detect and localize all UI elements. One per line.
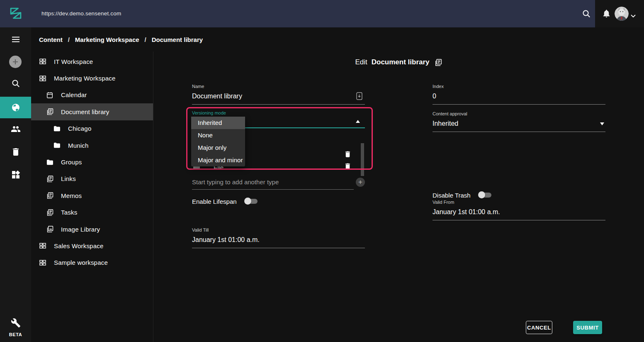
tree-item-sales-workspace[interactable]: Sales Workspace: [31, 237, 153, 254]
add-type-plus-button[interactable]: +: [356, 178, 365, 187]
top-bar-right: [595, 0, 644, 27]
index-input[interactable]: [433, 92, 605, 100]
content-globe-icon[interactable]: [0, 97, 31, 118]
name-label: Name: [192, 84, 365, 89]
tree-item-chicago[interactable]: Chicago: [31, 120, 153, 137]
document-library-icon: [46, 107, 54, 116]
valid-till-field: Valid Till: [192, 227, 365, 248]
tree-item-memos[interactable]: Memos: [31, 187, 153, 204]
content-approval-label: Content approval: [433, 111, 605, 117]
enable-lifespan-toggle[interactable]: [245, 199, 258, 204]
menu-item-major-only[interactable]: Major only: [191, 142, 245, 154]
valid-from-input[interactable]: [433, 208, 605, 216]
add-type-input[interactable]: [192, 178, 354, 190]
tree-item-image-library[interactable]: Image Library: [31, 221, 153, 237]
disable-trash-row: Disable Trash: [433, 191, 491, 199]
document-library-icon: [46, 191, 54, 200]
site-url: https://dev.demo.sensenet.com: [41, 10, 121, 17]
valid-from-field: Valid From: [433, 200, 605, 220]
document-library-icon: [46, 175, 54, 183]
document-library-icon: [46, 208, 54, 217]
breadcrumb-item-document-library[interactable]: Document library: [152, 36, 203, 43]
name-field: Name: [192, 84, 365, 105]
valid-till-label: Valid Till: [192, 227, 365, 233]
workspace-icon: [39, 74, 47, 83]
chevron-up-icon[interactable]: [356, 120, 360, 123]
index-field: Index: [433, 84, 605, 105]
cancel-button[interactable]: CANCEL: [526, 321, 552, 334]
top-bar: https://dev.demo.sensenet.com: [0, 0, 644, 27]
name-input[interactable]: [192, 92, 365, 100]
user-avatar[interactable]: [615, 7, 629, 21]
content-approval-field: Content approval Inherited: [433, 111, 605, 132]
tree-item-it-workspace[interactable]: IT Workspace: [31, 53, 153, 70]
left-rail: BETA: [0, 27, 31, 342]
image-library-icon: [46, 225, 54, 233]
add-icon[interactable]: [9, 56, 22, 68]
breadcrumb-separator: /: [145, 36, 146, 43]
calendar-icon: [46, 91, 54, 99]
page-title: Edit Document library: [153, 57, 644, 68]
tree-item-tasks[interactable]: Tasks: [31, 204, 153, 221]
tree-item-groups[interactable]: Groups: [31, 154, 153, 170]
workspace-icon: [39, 242, 47, 250]
tree-item-marketing-workspace[interactable]: Marketing Workspace: [31, 70, 153, 86]
enable-lifespan-row: Enable Lifespan: [192, 198, 258, 205]
submit-button[interactable]: SUBMIT: [573, 321, 602, 334]
tree-item-munich[interactable]: Munich: [31, 137, 153, 154]
settings-wrench-icon[interactable]: [0, 315, 31, 331]
chevron-down-icon[interactable]: [631, 12, 636, 15]
content-naming-icon[interactable]: [356, 92, 362, 100]
menu-item-major-and-minor[interactable]: Major and minor: [191, 154, 245, 166]
dashboard-icon[interactable]: [0, 166, 31, 183]
folder-icon: [46, 158, 54, 166]
disable-trash-label: Disable Trash: [433, 192, 471, 199]
app-screen: https://dev.demo.sensenet.com: [0, 0, 644, 342]
breadcrumb-item-marketing-workspace[interactable]: Marketing Workspace: [75, 36, 139, 43]
notifications-bell-icon[interactable]: [602, 9, 611, 18]
tree-item-document-library[interactable]: Document library: [31, 103, 153, 120]
content-approval-select[interactable]: Inherited: [433, 119, 605, 128]
tree-item-links[interactable]: Links: [31, 171, 153, 187]
versioning-mode-label: Versioning mode: [192, 110, 226, 115]
disable-trash-toggle[interactable]: [479, 193, 491, 198]
trash-icon[interactable]: [0, 144, 31, 160]
valid-till-input[interactable]: [192, 235, 365, 244]
beta-label: BETA: [0, 332, 31, 337]
search-rail-icon[interactable]: [0, 75, 31, 92]
document-library-icon: [434, 58, 442, 67]
chevron-down-icon[interactable]: [600, 122, 604, 125]
page-title-prefix: Edit: [355, 58, 367, 66]
menu-item-inherited[interactable]: Inherited: [191, 117, 245, 129]
users-icon[interactable]: [0, 121, 31, 137]
folder-icon: [53, 141, 61, 149]
enable-lifespan-label: Enable Lifespan: [192, 198, 237, 205]
search-icon[interactable]: [581, 9, 591, 19]
add-type-field: [192, 178, 354, 190]
tree-item-calendar[interactable]: Calendar: [31, 87, 153, 103]
index-label: Index: [433, 84, 605, 89]
breadcrumb-separator: /: [68, 36, 70, 43]
versioning-dropdown-menu: Inherited None Major only Major and mino…: [191, 117, 245, 166]
top-bar-navy: https://dev.demo.sensenet.com: [0, 0, 595, 27]
valid-from-label: Valid From: [433, 200, 605, 205]
breadcrumb: Content / Marketing Workspace / Document…: [31, 27, 644, 51]
workspace-icon: [39, 259, 47, 267]
remove-type-trash-icon[interactable]: [344, 162, 352, 170]
tree-item-sample-workspace[interactable]: Sample workspace: [31, 254, 153, 271]
edit-form: Edit Document library Name Index Ve: [153, 51, 644, 342]
page-title-subject: Document library: [372, 58, 430, 66]
sensenet-logo: [8, 5, 24, 21]
remove-type-trash-icon[interactable]: [344, 150, 352, 158]
folder-icon: [53, 125, 61, 133]
menu-icon[interactable]: [0, 31, 31, 48]
content-tree: IT Workspace Marketing Workspace Calenda…: [31, 51, 153, 342]
menu-item-none[interactable]: None: [191, 129, 245, 142]
breadcrumb-item-content[interactable]: Content: [39, 36, 63, 43]
workspace-icon: [39, 57, 47, 66]
